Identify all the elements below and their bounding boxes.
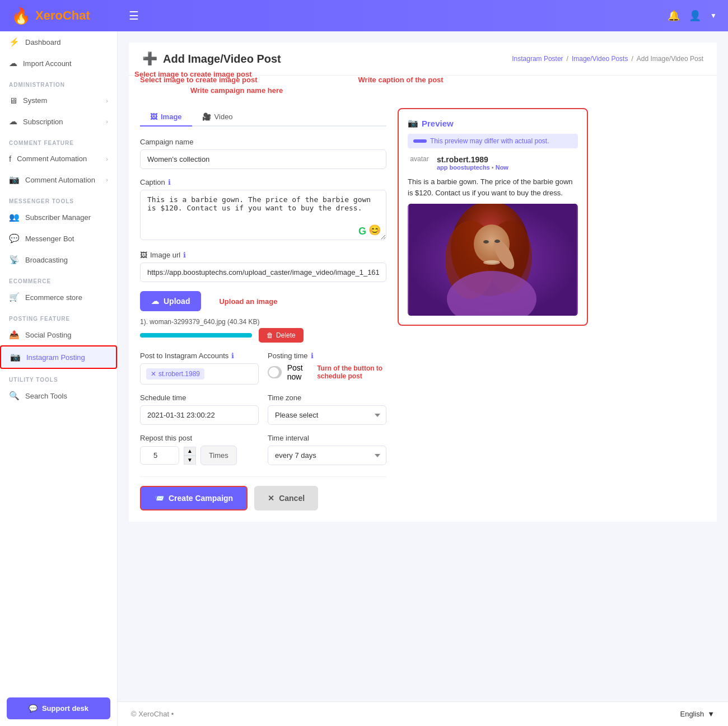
progress-bar-fill (140, 333, 252, 338)
page-header: ➕ Add Image/Video Post Instagram Poster … (129, 43, 717, 76)
brand: 🔥 XeroChat (11, 7, 129, 25)
breadcrumb-part2[interactable]: Image/Video Posts (572, 55, 628, 63)
image-url-input[interactable] (140, 263, 386, 282)
time-interval-label: Time interval (268, 434, 386, 442)
emoji-picker-button[interactable]: 😊 (368, 224, 381, 236)
trash-icon: 🗑 (267, 331, 273, 339)
sidebar-item-label: Dashboard (25, 38, 61, 46)
annotation-select-image-label: Select image to create image post (140, 76, 258, 84)
upload-cloud-icon: ☁ (151, 297, 159, 306)
social-icon: 📤 (9, 330, 20, 340)
accounts-info-icon[interactable]: ℹ (231, 352, 234, 360)
dashboard-icon: ⚡ (9, 37, 20, 47)
upload-button[interactable]: ☁ Upload (140, 291, 201, 311)
cancel-x-icon: ✕ (268, 494, 274, 503)
sidebar-item-messenger-bot[interactable]: 💬 Messenger Bot (0, 228, 117, 249)
send-icon: 📨 (155, 494, 164, 503)
create-campaign-label: Create Campaign (169, 494, 233, 503)
preview-image-inner (408, 204, 578, 316)
post-now-toggle[interactable] (268, 366, 282, 378)
preview-time: Now (496, 164, 508, 171)
sidebar-item-system[interactable]: 🖥 System › (0, 90, 117, 111)
account-tag-input[interactable]: ✕ st.robert.1989 (140, 363, 259, 385)
sidebar-item-subscription[interactable]: ☁ Subscription › (0, 111, 117, 132)
image-tab-icon: 🖼 (150, 113, 157, 121)
toggle-wrap: Post now Turn of the button to schedule … (268, 363, 386, 381)
repost-label: Repost this post (140, 434, 259, 442)
campaign-name-input[interactable] (140, 149, 386, 169)
post-accounts-label: Post to Instagram Accounts ℹ (140, 352, 259, 360)
sidebar-item-search-tools[interactable]: 🔍 Search Tools (0, 385, 117, 406)
annotation-write-caption-label: Write caption of the post (358, 76, 444, 84)
sidebar-item-dashboard[interactable]: ⚡ Dashboard (0, 31, 117, 53)
sidebar-item-import-account[interactable]: ☁ Import Account (0, 53, 117, 74)
imageurl-info-icon[interactable]: ℹ (183, 251, 186, 259)
breadcrumb-sep2: / (631, 55, 633, 63)
tag-x-icon[interactable]: ✕ (151, 370, 156, 378)
preview-sub: app boostuptechs • Now (437, 164, 508, 171)
tab-video[interactable]: 🎥 Video (192, 108, 243, 127)
repost-input[interactable] (140, 446, 179, 465)
image-url-label: 🖼 Image url ℹ (140, 251, 386, 259)
image-url-group: 🖼 Image url ℹ (140, 251, 386, 282)
broadcast-icon: 📡 (9, 255, 20, 265)
sidebar-item-comment-auto-fb[interactable]: f Comment Automation › (0, 148, 117, 169)
user-menu-chevron[interactable]: ▼ (710, 12, 717, 20)
sidebar-item-label: Comment Automation (25, 176, 95, 184)
preview-image-svg (408, 204, 578, 316)
accounts-posting-row: Post to Instagram Accounts ℹ ✕ st.robert… (140, 352, 386, 385)
footer-language[interactable]: English ▼ (680, 710, 715, 718)
breadcrumb-part1[interactable]: Instagram Poster (512, 55, 563, 63)
chevron-right-icon: › (106, 176, 108, 183)
sidebar-item-subscriber[interactable]: 👥 Subscriber Manager (0, 207, 117, 228)
posting-section-label: POSTING FEATURE (0, 308, 117, 324)
preview-title-text: Preview (422, 119, 454, 128)
utility-section-label: UTILITY TOOLS (0, 369, 117, 385)
facebook-icon: f (9, 154, 11, 163)
cancel-button[interactable]: ✕ Cancel (254, 486, 318, 510)
caption-group: Caption ℹ This is a barbie gown. The pri… (140, 178, 386, 242)
search-icon: 🔍 (9, 391, 20, 401)
timezone-select[interactable]: Please select UTC America/New_York (268, 405, 386, 425)
sidebar-item-social-posting[interactable]: 📤 Social Posting (0, 324, 117, 345)
annotation-upload-label: Upload an image (219, 297, 277, 306)
chevron-down-icon: ▼ (707, 710, 715, 718)
spinner-up-button[interactable]: ▲ (184, 447, 196, 456)
file-progress-row: 🗑 Delete (140, 328, 386, 343)
svg-point-8 (494, 240, 500, 243)
messenger-section-label: MESSENGER TOOLS (0, 190, 117, 207)
caption-textarea[interactable]: This is a barbie gown. The price of the … (140, 190, 386, 240)
support-desk-button[interactable]: 💬 Support desk (7, 697, 110, 719)
posting-time-info-icon[interactable]: ℹ (311, 352, 314, 360)
campaign-name-label: Campaign name (140, 138, 386, 146)
preview-notice: This preview may differ with actual post… (408, 134, 578, 148)
tab-image[interactable]: 🖼 Image (140, 108, 192, 127)
campaign-name-group: Campaign name (140, 138, 386, 169)
tab-image-label: Image (161, 113, 182, 121)
brand-name: XeroChat (35, 8, 90, 23)
schedule-time-input[interactable] (140, 405, 259, 425)
create-campaign-button[interactable]: 📨 Create Campaign (140, 486, 248, 510)
bell-icon[interactable]: 🔔 (668, 10, 680, 22)
sidebar-item-comment-auto-ig[interactable]: 📷 Comment Automation › (0, 169, 117, 190)
preview-user-info: st.robert.1989 app boostuptechs • Now (437, 155, 508, 171)
breadcrumb-sep1: / (567, 55, 568, 63)
user-avatar-icon[interactable]: 👤 (689, 10, 701, 22)
caption-info-icon[interactable]: ℹ (168, 178, 171, 186)
sidebar-item-broadcasting[interactable]: 📡 Broadcasting (0, 249, 117, 270)
time-interval-select[interactable]: every 7 days every 1 day every 3 days ev… (268, 446, 386, 465)
svg-point-7 (483, 240, 489, 243)
preview-app-name: app boostuptechs (437, 164, 490, 171)
tab-bar: 🖼 Image 🎥 Video (140, 108, 386, 127)
sidebar: ⚡ Dashboard ☁ Import Account ADMINISTRAT… (0, 31, 118, 726)
admin-section-label: ADMINISTRATION (0, 74, 117, 90)
grammar-check-button[interactable]: G (358, 226, 366, 237)
menu-toggle-icon[interactable]: ☰ (129, 9, 139, 22)
delete-button[interactable]: 🗑 Delete (259, 328, 304, 343)
sidebar-item-instagram-posting[interactable]: 📷 Instagram Posting (0, 345, 117, 369)
schedule-time-label: Schedule time (140, 394, 259, 402)
repost-col: Repost this post ▲ ▼ Times (140, 434, 259, 465)
spinner-down-button[interactable]: ▼ (184, 456, 196, 465)
sidebar-item-ecommerce[interactable]: 🛒 Ecommerce store (0, 287, 117, 308)
footer-language-text: English (680, 710, 704, 718)
